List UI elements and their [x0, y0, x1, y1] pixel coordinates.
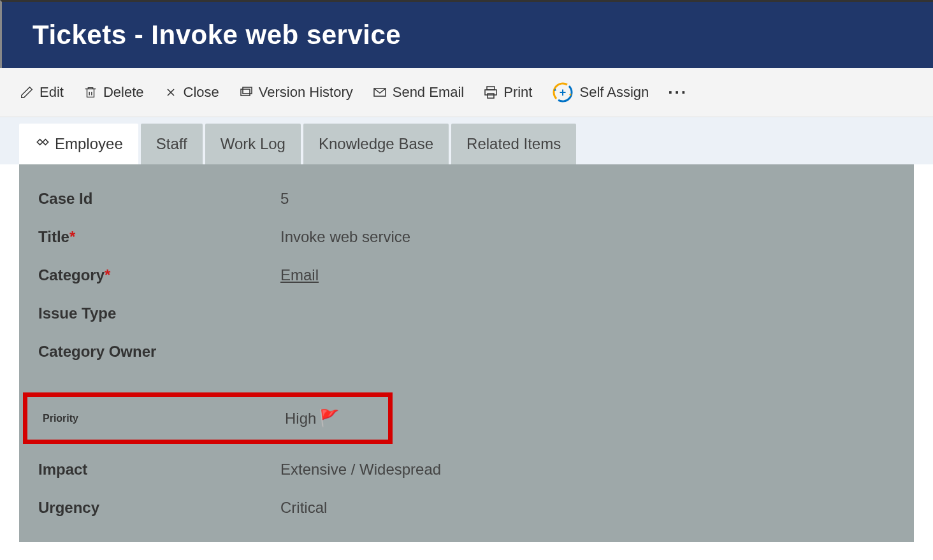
- field-title: Title* Invoke web service: [38, 228, 895, 246]
- close-label: Close: [184, 84, 219, 101]
- tab-related-items-label: Related Items: [466, 135, 561, 153]
- title-label: Title*: [38, 228, 280, 246]
- more-button[interactable]: ···: [668, 83, 688, 103]
- field-category: Category* Email: [38, 266, 895, 284]
- tab-employee[interactable]: Employee: [19, 124, 138, 164]
- self-assign-icon: +: [551, 81, 574, 104]
- required-asterisk: *: [105, 266, 110, 284]
- toolbar: Edit Delete Close Version History Send E…: [0, 68, 933, 117]
- urgency-label: Urgency: [38, 499, 280, 517]
- delete-icon: [83, 85, 98, 100]
- print-icon: [483, 85, 498, 100]
- content-panel: Case Id 5 Title* Invoke web service Cate…: [19, 164, 914, 542]
- version-history-icon: [238, 85, 254, 100]
- required-asterisk: *: [69, 228, 75, 245]
- edit-icon: [19, 85, 34, 100]
- category-label: Category*: [38, 266, 280, 284]
- field-case-id: Case Id 5: [38, 190, 895, 208]
- case-id-label: Case Id: [38, 190, 280, 208]
- edit-button[interactable]: Edit: [19, 84, 64, 101]
- impact-label: Impact: [38, 461, 280, 478]
- svg-rect-1: [243, 87, 252, 94]
- issue-type-label: Issue Type: [38, 305, 280, 322]
- self-assign-label: Self Assign: [579, 84, 649, 101]
- tab-work-log-label: Work Log: [221, 135, 286, 153]
- urgency-value: Critical: [280, 499, 327, 517]
- tab-employee-label: Employee: [55, 135, 123, 153]
- version-history-label: Version History: [259, 84, 353, 101]
- send-email-label: Send Email: [393, 84, 465, 101]
- send-email-icon: [372, 85, 387, 100]
- tab-related-items[interactable]: Related Items: [451, 124, 576, 164]
- more-icon: ···: [668, 83, 688, 103]
- impact-value: Extensive / Widespread: [280, 461, 441, 478]
- page-title: Tickets - Invoke web service: [33, 20, 902, 50]
- tab-knowledge-base[interactable]: Knowledge Base: [303, 124, 449, 164]
- delete-label: Delete: [103, 84, 144, 101]
- field-category-owner: Category Owner: [38, 343, 895, 361]
- tab-staff[interactable]: Staff: [141, 124, 203, 164]
- priority-highlight: Priority High🚩: [23, 392, 393, 444]
- tab-work-log[interactable]: Work Log: [205, 124, 301, 164]
- tab-knowledge-base-label: Knowledge Base: [319, 135, 433, 153]
- title-value: Invoke web service: [280, 228, 410, 246]
- edit-label: Edit: [40, 84, 64, 101]
- tab-staff-label: Staff: [156, 135, 187, 153]
- version-history-button[interactable]: Version History: [238, 84, 353, 101]
- close-button[interactable]: Close: [163, 84, 219, 101]
- svg-rect-5: [488, 94, 494, 98]
- tabs-container: Employee Staff Work Log Knowledge Base R…: [0, 117, 933, 164]
- category-owner-label: Category Owner: [38, 343, 280, 361]
- case-id-value: 5: [280, 190, 289, 208]
- send-email-button[interactable]: Send Email: [372, 84, 465, 101]
- handshake-icon: [34, 134, 51, 154]
- close-icon: [163, 85, 178, 100]
- field-urgency: Urgency Critical: [38, 499, 895, 517]
- field-impact: Impact Extensive / Widespread: [38, 461, 895, 478]
- svg-rect-0: [241, 89, 250, 96]
- priority-label: Priority: [43, 413, 285, 424]
- svg-rect-4: [485, 90, 496, 95]
- category-value[interactable]: Email: [280, 266, 319, 284]
- field-issue-type: Issue Type: [38, 305, 895, 322]
- print-button[interactable]: Print: [483, 84, 532, 101]
- flag-icon: 🚩: [319, 408, 339, 427]
- tabs: Employee Staff Work Log Knowledge Base R…: [19, 124, 914, 164]
- priority-value: High🚩: [285, 408, 339, 428]
- self-assign-button[interactable]: + Self Assign: [551, 81, 649, 104]
- svg-text:+: +: [560, 86, 567, 99]
- print-label: Print: [503, 84, 532, 101]
- delete-button[interactable]: Delete: [83, 84, 144, 101]
- page-header: Tickets - Invoke web service: [0, 0, 933, 68]
